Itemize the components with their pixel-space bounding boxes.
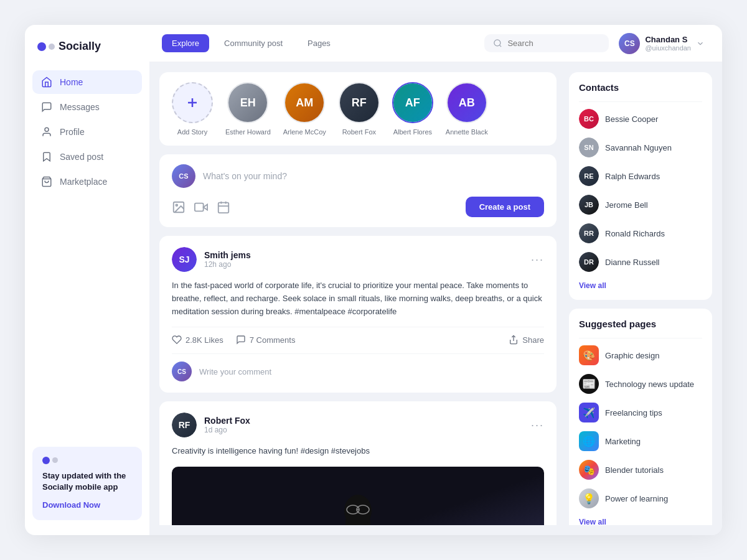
app-container: Socially Home Messages	[25, 25, 722, 535]
download-now-link[interactable]: Download Now	[42, 500, 100, 510]
promo-dots	[42, 457, 132, 464]
marketing-icon: 🌐	[579, 431, 599, 451]
contacts-card: Contacts BC Bessie Cooper SN	[569, 72, 712, 300]
contact-name-dianne: Dianne Russell	[605, 258, 659, 267]
sidebar-item-home[interactable]: Home	[32, 70, 142, 94]
logo-dots	[37, 42, 55, 51]
add-story-button[interactable]	[172, 82, 213, 123]
story-item-arlene[interactable]: AM Arlene McCoy	[283, 82, 326, 136]
messages-icon	[41, 101, 52, 113]
suggested-name-marketing: Marketing	[605, 437, 641, 446]
story-item-esther[interactable]: EH Esther Howard	[225, 82, 271, 136]
composer-actions	[172, 200, 230, 214]
search-icon	[493, 39, 502, 48]
contact-ralph[interactable]: RE Ralph Edwards	[579, 162, 702, 190]
story-item-albert[interactable]: AF Albert Flores	[392, 82, 433, 136]
composer-placeholder[interactable]: What's on your mind?	[203, 171, 544, 181]
sidebar-item-profile[interactable]: Profile	[32, 120, 142, 144]
suggested-learning[interactable]: 💡 Power of learning	[579, 484, 702, 513]
promo-dot-blue	[42, 457, 50, 464]
right-panel: Contacts BC Bessie Cooper SN	[569, 72, 712, 525]
search-input[interactable]	[507, 39, 600, 48]
suggested-tech-news[interactable]: 📰 Technology news update	[579, 370, 702, 398]
sidebar-item-saved-label: Saved post	[60, 152, 103, 162]
sidebar-item-messages-label: Messages	[60, 102, 100, 112]
promo-card: Stay updated with the Socially mobile ap…	[32, 447, 142, 520]
comment-action-1[interactable]: 7 Comments	[236, 335, 296, 345]
contact-name-ralph: Ralph Edwards	[605, 172, 660, 181]
suggested-name-tech: Technology news update	[605, 380, 694, 389]
story-avatar-annette: AB	[446, 82, 487, 123]
promo-dot-gray	[52, 457, 58, 463]
story-item-robert[interactable]: RF Robert Fox	[339, 82, 380, 136]
contact-name-jerome: Jerome Bell	[605, 200, 648, 210]
feed: Add Story EH Esther Howard AM	[159, 72, 559, 525]
suggested-freelancing[interactable]: ✈️ Freelancing tips	[579, 398, 702, 427]
profile-icon	[41, 126, 52, 138]
sidebar-item-messages[interactable]: Messages	[32, 95, 142, 119]
composer-avatar: CS	[172, 164, 195, 188]
svg-marker-7	[204, 204, 207, 210]
post-composer: CS What's on your mind?	[159, 154, 557, 227]
post-image-2	[172, 467, 544, 525]
story-item-annette[interactable]: AB Annette Black	[446, 82, 488, 136]
plus-icon	[185, 95, 200, 110]
like-action-1[interactable]: 2.8K Likes	[172, 335, 223, 345]
suggested-name-learning: Power of learning	[605, 494, 668, 503]
suggested-marketing[interactable]: 🌐 Marketing	[579, 427, 702, 455]
image-icon[interactable]	[172, 200, 186, 214]
sidebar-item-marketplace[interactable]: Marketplace	[32, 170, 142, 194]
post-header-2: RF Robert Fox 1d ago ···	[172, 413, 544, 437]
contact-bessie[interactable]: BC Bessie Cooper	[579, 105, 702, 133]
share-action-1[interactable]: Share	[509, 335, 544, 345]
user-initials: CS	[624, 39, 635, 48]
promo-text: Stay updated with the Socially mobile ap…	[42, 470, 132, 493]
sidebar-item-saved[interactable]: Saved post	[32, 145, 142, 169]
story-label-robert: Robert Fox	[342, 128, 376, 136]
svg-point-0	[45, 128, 49, 131]
suggested-view-all[interactable]: View all	[579, 518, 702, 525]
main-area: Explore Community post Pages CS Chandan …	[149, 25, 722, 535]
story-label-albert: Albert Flores	[393, 128, 432, 136]
suggested-name-blender: Blender tutorials	[605, 465, 664, 475]
logo: Socially	[32, 40, 142, 53]
contacts-view-all[interactable]: View all	[579, 281, 702, 290]
create-post-button[interactable]: Create a post	[466, 197, 544, 217]
composer-bottom: Create a post	[172, 197, 544, 217]
video-icon[interactable]	[194, 200, 208, 214]
story-label-arlene: Arlene McCoy	[283, 128, 326, 136]
post-menu-1[interactable]: ···	[531, 253, 544, 266]
post-menu-2[interactable]: ···	[531, 419, 544, 432]
contact-name-ronald: Ronald Richards	[605, 229, 665, 238]
post-avatar-2: RF	[172, 413, 197, 437]
logo-dot-blue	[37, 42, 46, 51]
tab-community[interactable]: Community post	[214, 34, 293, 52]
user-menu[interactable]: CS Chandan S @uiuxchandan	[614, 30, 710, 57]
suggested-graphic-design[interactable]: 🎨 Graphic design	[579, 341, 702, 370]
post-header-1: SJ Smith jems 12h ago ···	[172, 247, 544, 272]
like-count-1: 2.8K Likes	[186, 335, 223, 345]
search-box[interactable]	[484, 34, 609, 52]
contact-savannah[interactable]: SN Savannah Nguyen	[579, 133, 702, 162]
contact-jerome[interactable]: JB Jerome Bell	[579, 190, 702, 219]
contact-ronald[interactable]: RR Ronald Richards	[579, 219, 702, 248]
add-story-item[interactable]: Add Story	[172, 82, 213, 136]
post-body-1: In the fast-paced world of corporate lif…	[172, 279, 544, 318]
comment-icon	[236, 335, 246, 345]
tab-explore[interactable]: Explore	[162, 34, 209, 52]
heart-icon	[172, 335, 182, 345]
marketplace-icon	[41, 176, 52, 187]
contact-dianne[interactable]: DR Dianne Russell	[579, 248, 702, 276]
comment-input-1[interactable]: Write your comment	[199, 367, 544, 376]
learning-icon: 💡	[579, 488, 599, 508]
chevron-down-icon	[696, 39, 705, 48]
story-avatar-esther: EH	[227, 82, 268, 123]
calendar-icon[interactable]	[217, 200, 230, 214]
blender-icon: 🎭	[579, 460, 599, 480]
logo-dot-gray	[49, 44, 55, 50]
share-label-1: Share	[522, 335, 544, 345]
tab-pages[interactable]: Pages	[298, 34, 341, 52]
post-comment-row-1: CS Write your comment	[172, 353, 544, 381]
story-avatar-albert: AF	[392, 82, 433, 123]
suggested-blender[interactable]: 🎭 Blender tutorials	[579, 455, 702, 484]
